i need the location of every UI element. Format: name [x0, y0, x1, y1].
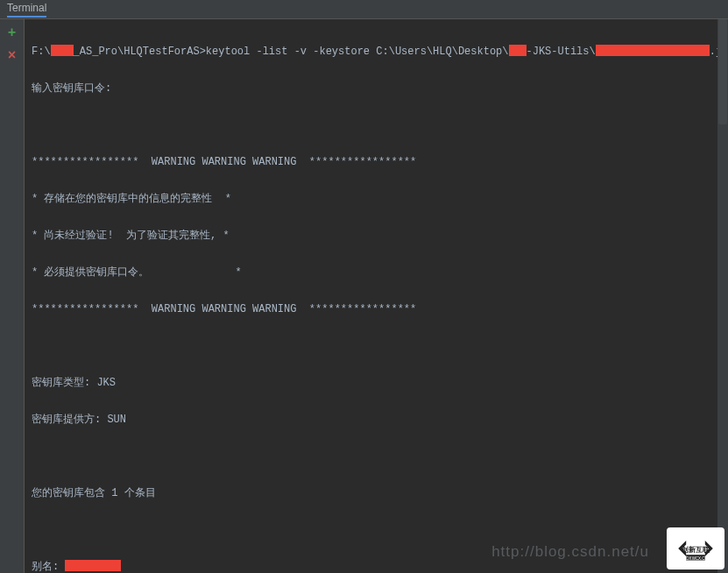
- add-session-icon[interactable]: +: [4, 25, 21, 42]
- terminal-title[interactable]: Terminal: [7, 2, 46, 18]
- terminal-output[interactable]: F:\_AS_Pro\HLQTestForAS>keytool -list -v…: [25, 19, 728, 573]
- keystore-provider: 密钥库提供方: SUN: [32, 411, 721, 429]
- warning-border: ***************** WARNING WARNING WARNIN…: [32, 301, 721, 319]
- warning-text: * 必须提供密钥库口令。*: [32, 264, 721, 282]
- svg-text:创新互联: 创新互联: [681, 545, 710, 554]
- logo-badge: 创新互联 CDXWCX.CN: [667, 527, 724, 569]
- watermark-url: http://blog.csdn.net/u: [491, 543, 649, 561]
- warning-text: * 尚未经过验证! 为了验证其完整性, *: [32, 227, 721, 245]
- entry-count: 您的密钥库包含 1 个条目: [32, 485, 721, 503]
- vertical-scrollbar[interactable]: [717, 19, 728, 573]
- command-line: F:\_AS_Pro\HLQTestForAS>keytool -list -v…: [32, 43, 721, 61]
- terminal-title-bar: Terminal: [0, 0, 728, 19]
- svg-text:CDXWCX.CN: CDXWCX.CN: [683, 556, 708, 561]
- keystore-type: 密钥库类型: JKS: [32, 374, 721, 393]
- warning-border: ***************** WARNING WARNING WARNIN…: [32, 153, 721, 172]
- password-prompt: 输入密钥库口令:: [32, 80, 721, 98]
- scrollbar-thumb[interactable]: [718, 19, 727, 124]
- warning-text: * 存储在您的密钥库中的信息的完整性 *: [32, 190, 721, 209]
- logo-icon: 创新互联 CDXWCX.CN: [672, 531, 719, 566]
- terminal-gutter: + ×: [0, 19, 25, 573]
- close-session-icon[interactable]: ×: [4, 47, 21, 65]
